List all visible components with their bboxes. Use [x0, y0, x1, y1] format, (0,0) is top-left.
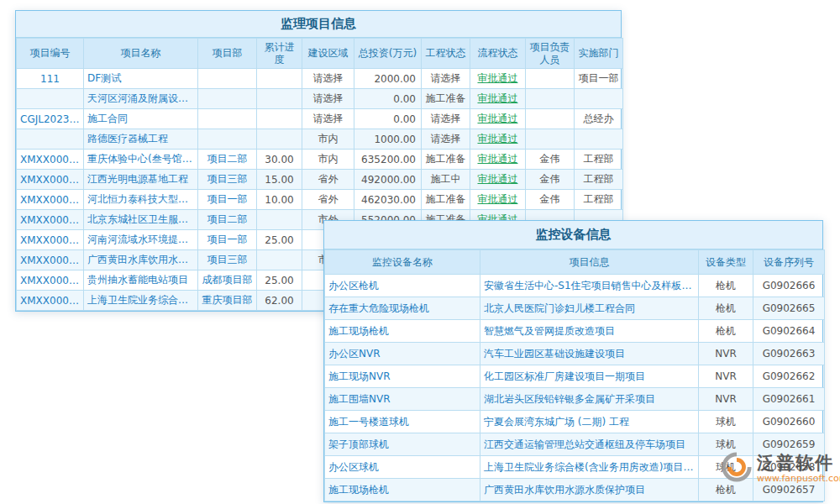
cell-project[interactable]: 宁夏会展湾东城广场 (二期) 工程 — [480, 411, 699, 433]
cell-device[interactable]: 架子顶部球机 — [325, 433, 480, 456]
cell-dept[interactable]: 项目二部 — [198, 150, 257, 170]
cell-area: 请选择 — [302, 69, 354, 89]
table-row[interactable]: 施工围墙NVR湖北岩头区段铅锌银多金属矿开采项目NVRG0902661 — [325, 388, 825, 411]
table-row[interactable]: XMXX00023河北恒力泰科技大型压铸智能装备...项目一部10.00省外46… — [17, 190, 623, 210]
watermark-text: 泛普软件 www.fanpusoft.com — [757, 454, 840, 483]
cell-id[interactable]: XMXX00023 — [17, 190, 84, 210]
cell-id[interactable]: XMXX00020 — [17, 250, 84, 270]
cell-flow[interactable]: 审批通过 — [470, 109, 526, 129]
column-header: 建设区域 — [302, 39, 354, 69]
cell-name[interactable]: 施工合同 — [84, 109, 198, 129]
cell-id — [17, 129, 84, 150]
cell-flow[interactable]: 审批通过 — [470, 89, 526, 109]
cell-name[interactable]: 北京东城社区卫生服务中心建设项... — [84, 210, 198, 230]
table-row[interactable]: 111DF测试请选择2000.00请选择审批通过项目一部 — [17, 69, 623, 89]
cell-name[interactable]: 天河区河涌及附属设施维修养护和... — [84, 89, 198, 109]
cell-status: 请选择 — [422, 109, 470, 129]
cell-device[interactable]: 存在重大危险现场枪机 — [325, 297, 480, 320]
cell-dept[interactable]: 重庆项目部 — [198, 291, 257, 311]
cell-flow[interactable]: 审批通过 — [470, 170, 526, 190]
table-row[interactable]: 施工现场NVR化工园区标准厂房建设项目一期项目NVRG0902662 — [325, 365, 825, 388]
device-table-header-row: 监控设备名称项目信息设备类型设备序列号 — [325, 250, 825, 275]
cell-device[interactable]: 办公区球机 — [325, 456, 480, 479]
cell-progress — [257, 89, 302, 109]
cell-progress: 15.00 — [257, 170, 302, 190]
cell-id[interactable]: XMXX00025 — [17, 150, 84, 170]
cell-id[interactable]: XMXX00019 — [17, 270, 84, 291]
table-row[interactable]: 天河区河涌及附属设施维修养护和...请选择0.00施工准备审批通过 — [17, 89, 623, 109]
cell-project[interactable]: 化工园区标准厂房建设项目一期项目 — [480, 365, 699, 388]
cell-dept[interactable]: 项目三部 — [198, 250, 257, 270]
column-header: 项目编号 — [17, 39, 84, 69]
cell-id[interactable]: XMXX00022 — [17, 210, 84, 230]
cell-dept — [198, 129, 257, 150]
cell-name[interactable]: 上海卫生院业务综合楼(含业务用... — [84, 291, 198, 311]
cell-device[interactable]: 施工现场枪机 — [325, 320, 480, 343]
cell-name[interactable]: 重庆体验中心(叁号馆)装修工程 — [84, 150, 198, 170]
cell-name[interactable]: 江西光明电源基地工程 — [84, 170, 198, 190]
cell-dept[interactable]: 项目一部 — [198, 230, 257, 250]
table-row[interactable]: 办公区NVR汽车工业园区基础设施建设项目NVRG0902663 — [325, 343, 825, 365]
table-row[interactable]: 路德医疗器械工程市内1000.00请选择审批通过 — [17, 129, 623, 150]
cell-name[interactable]: 广西黄田水库饮用水源水质保护项目 — [84, 250, 198, 270]
cell-status: 请选择 — [422, 69, 470, 89]
cell-dept[interactable]: 项目二部 — [198, 210, 257, 230]
cell-id[interactable]: CGJL202311... — [17, 109, 84, 129]
cell-project[interactable]: 广西黄田水库饮用水源水质保护项目 — [480, 479, 699, 501]
cell-investment: 635200.00 — [354, 150, 422, 170]
supervision-panel-title: 监理项目信息 — [16, 11, 621, 38]
cell-dept[interactable]: 成都项目部 — [198, 270, 257, 291]
cell-id[interactable]: XMXX00021 — [17, 230, 84, 250]
cell-device[interactable]: 施工现场枪机 — [325, 479, 480, 501]
cell-serial: G0902661 — [753, 388, 825, 411]
table-row[interactable]: 办公区枪机安徽省生活中心-S1住宅项目销售中心及样板间精装修...枪机G0902… — [325, 275, 825, 297]
cell-serial: G0902664 — [753, 320, 825, 343]
cell-flow[interactable]: 审批通过 — [470, 69, 526, 89]
cell-id[interactable]: 111 — [17, 69, 84, 89]
cell-device[interactable]: 施工围墙NVR — [325, 388, 480, 411]
cell-flow[interactable]: 审批通过 — [470, 190, 526, 210]
cell-name[interactable]: DF测试 — [84, 69, 198, 89]
cell-project[interactable]: 汽车工业园区基础设施建设项目 — [480, 343, 699, 365]
table-row[interactable]: 施工现场枪机智慧燃气及管网提质改造项目枪机G0902664 — [325, 320, 825, 343]
cell-device[interactable]: 施工一号楼道球机 — [325, 411, 480, 433]
table-row[interactable]: CGJL202311...施工合同请选择0.00请选择审批通过总经办 — [17, 109, 623, 129]
cell-dept[interactable]: 项目一部 — [198, 190, 257, 210]
cell-project[interactable]: 北京人民医院门诊妇儿楼工程合同 — [480, 297, 699, 320]
cell-name[interactable]: 河南河流域水环境提升工程 — [84, 230, 198, 250]
cell-project[interactable]: 上海卫生院业务综合楼(含业务用房改造)项目(集中隔离... — [480, 456, 699, 479]
watermark: 泛普软件 www.fanpusoft.com — [721, 451, 840, 486]
cell-project[interactable]: 江西交通运输管理总站交通枢纽及停车场项目 — [480, 433, 699, 456]
cell-name[interactable]: 河北恒力泰科技大型压铸智能装备... — [84, 190, 198, 210]
cell-area: 省外 — [302, 190, 354, 210]
cell-device[interactable]: 办公区NVR — [325, 343, 480, 365]
cell-id[interactable]: XMXX00018 — [17, 291, 84, 311]
cell-device[interactable]: 办公区枪机 — [325, 275, 480, 297]
cell-dept[interactable]: 项目三部 — [198, 170, 257, 190]
cell-flow[interactable]: 审批通过 — [470, 129, 526, 150]
watermark-brand: 泛普软件 — [757, 454, 840, 473]
cell-investment: 2000.00 — [354, 69, 422, 89]
table-row[interactable]: XMXX00025重庆体验中心(叁号馆)装修工程项目二部30.00市内63520… — [17, 150, 623, 170]
column-header: 监控设备名称 — [325, 250, 480, 275]
cell-dept — [198, 69, 257, 89]
table-row[interactable]: 存在重大危险现场枪机北京人民医院门诊妇儿楼工程合同枪机G0902665 — [325, 297, 825, 320]
cell-investment: 0.00 — [354, 89, 422, 109]
cell-project[interactable]: 安徽省生活中心-S1住宅项目销售中心及样板间精装修... — [480, 275, 699, 297]
cell-name[interactable]: 路德医疗器械工程 — [84, 129, 198, 150]
cell-project[interactable]: 湖北岩头区段铅锌银多金属矿开采项目 — [480, 388, 699, 411]
cell-progress: 62.00 — [257, 291, 302, 311]
cell-id[interactable]: XMXX00024 — [17, 170, 84, 190]
cell-project[interactable]: 智慧燃气及管网提质改造项目 — [480, 320, 699, 343]
cell-investment: 492000.00 — [354, 170, 422, 190]
cell-device[interactable]: 施工现场NVR — [325, 365, 480, 388]
cell-flow[interactable]: 审批通过 — [470, 150, 526, 170]
cell-progress: 10.00 — [257, 190, 302, 210]
column-header: 工程状态 — [422, 39, 470, 69]
table-row[interactable]: 施工一号楼道球机宁夏会展湾东城广场 (二期) 工程球机G0902660 — [325, 411, 825, 433]
cell-impl — [575, 89, 623, 109]
column-header: 项目负责人员 — [526, 39, 575, 69]
table-row[interactable]: XMXX00024江西光明电源基地工程项目三部15.00省外492000.00施… — [17, 170, 623, 190]
cell-impl: 工程部 — [575, 190, 623, 210]
cell-name[interactable]: 贵州抽水蓄能电站项目 — [84, 270, 198, 291]
